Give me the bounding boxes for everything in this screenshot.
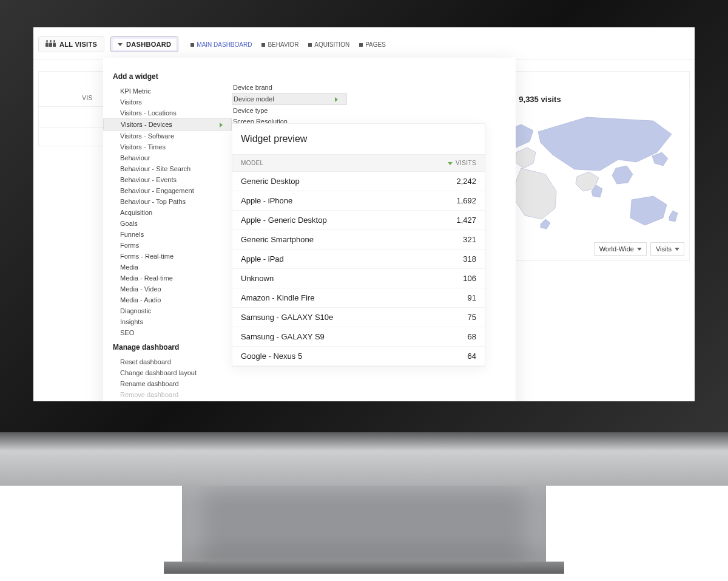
- table-row[interactable]: Apple - Generic Desktop1,427: [232, 211, 485, 230]
- cat-seo[interactable]: SEO: [103, 327, 232, 338]
- cat-acquisition[interactable]: Acquisition: [103, 207, 232, 218]
- table-row[interactable]: Amazon - Kindle Fire91: [232, 288, 485, 308]
- tab-all-visits-label: ALL VISITS: [59, 41, 97, 48]
- manage-rename[interactable]: Rename dashboard: [103, 378, 232, 389]
- cell-model: Apple - iPhone: [241, 196, 292, 205]
- manage-dashboard-list: Reset dashboard Change dashboard layout …: [103, 356, 232, 400]
- cell-visits: 68: [468, 332, 476, 341]
- cat-forms[interactable]: Forms: [103, 240, 232, 251]
- sub-device-brand[interactable]: Device brand: [232, 82, 347, 93]
- table-row[interactable]: Generic Smartphone321: [232, 230, 485, 250]
- cell-model: Unknown: [241, 274, 274, 283]
- monitor-foot: [164, 562, 564, 574]
- cell-visits: 91: [468, 293, 476, 302]
- cat-media-realtime[interactable]: Media - Real-time: [103, 273, 232, 284]
- sub-device-type[interactable]: Device type: [232, 105, 347, 116]
- subtab-behavior[interactable]: BEHAVIOR: [261, 41, 298, 48]
- dashboard-dropdown-panel: Add a widget KPI Metric Visitors Visitor…: [103, 58, 516, 401]
- table-row[interactable]: Generic Desktop2,242: [232, 172, 485, 191]
- add-widget-heading: Add a widget: [103, 67, 232, 86]
- subtab-main-dashboard[interactable]: MAIN DASHBOARD: [190, 41, 252, 48]
- people-icon: [46, 42, 56, 47]
- tab-dashboard-label: DASHBOARD: [126, 41, 171, 48]
- cat-behaviour-engagement[interactable]: Behaviour - Engagement: [103, 185, 232, 196]
- cell-visits: 64: [468, 352, 476, 361]
- cat-goals[interactable]: Goals: [103, 218, 232, 229]
- widget-subcategory-list: Device brand Device model Device type Sc…: [232, 82, 347, 127]
- widget-category-list: KPI Metric Visitors Visitors - Locations…: [103, 86, 232, 338]
- monitor-stand: [182, 486, 546, 565]
- cell-model: Generic Smartphone: [241, 235, 314, 244]
- cat-media-video[interactable]: Media - Video: [103, 284, 232, 294]
- cat-visitors[interactable]: Visitors: [103, 97, 232, 107]
- cat-visitors-times[interactable]: Visitors - Times: [103, 141, 232, 152]
- manage-reset[interactable]: Reset dashboard: [103, 356, 232, 367]
- table-row[interactable]: Apple - iPhone1,692: [232, 191, 485, 211]
- table-row[interactable]: Google - Nexus 564: [232, 347, 485, 366]
- widget-preview-title: Widget preview: [232, 124, 485, 154]
- manage-remove[interactable]: Remove dashboard: [103, 389, 232, 400]
- cat-behaviour-events[interactable]: Behaviour - Events: [103, 174, 232, 185]
- cell-model: Generic Desktop: [241, 177, 300, 186]
- top-tabs: ALL VISITS DASHBOARD MAIN DASHBOARD BEHA…: [33, 27, 695, 60]
- tab-dashboard[interactable]: DASHBOARD: [110, 36, 178, 52]
- cat-media-audio[interactable]: Media - Audio: [103, 294, 232, 305]
- cell-visits: 75: [468, 313, 476, 322]
- sub-tabs: MAIN DASHBOARD BEHAVIOR AQUISITION PAGES: [184, 41, 386, 48]
- cat-insights[interactable]: Insights: [103, 316, 232, 327]
- cell-model: Apple - iPad: [241, 254, 284, 263]
- cat-funnels[interactable]: Funnels: [103, 229, 232, 240]
- chevron-down-icon: [118, 43, 123, 46]
- map-region-select[interactable]: World-Wide: [594, 242, 647, 256]
- col-model[interactable]: MODEL: [241, 160, 264, 166]
- subtab-pages[interactable]: PAGES: [359, 41, 386, 48]
- cell-visits: 106: [463, 274, 476, 283]
- table-row[interactable]: Apple - iPad318: [232, 250, 485, 269]
- monitor-chin: [0, 432, 728, 486]
- cat-behaviour[interactable]: Behaviour: [103, 152, 232, 163]
- cat-media[interactable]: Media: [103, 262, 232, 273]
- map-metric-select[interactable]: Visits: [650, 242, 684, 256]
- cell-visits: 318: [463, 254, 476, 263]
- cell-visits: 321: [463, 235, 476, 244]
- table-row[interactable]: Unknown106: [232, 269, 485, 288]
- cell-visits: 1,692: [456, 196, 476, 205]
- create-dashboard-heading[interactable]: Create new dashboard: [103, 400, 232, 401]
- manage-dashboard-heading: Manage dashboard: [103, 338, 232, 356]
- cat-visitors-devices[interactable]: Visitors - Devices: [103, 118, 232, 131]
- cat-behaviour-site-search[interactable]: Behaviour - Site Search: [103, 163, 232, 174]
- widget-preview-card: Widget preview MODEL VISITS Generic Desk…: [232, 123, 485, 367]
- cell-model: Google - Nexus 5: [241, 352, 302, 361]
- cell-model: Apple - Generic Desktop: [241, 216, 327, 225]
- cell-visits: 2,242: [456, 177, 476, 186]
- cell-visits: 1,427: [456, 216, 476, 225]
- cat-kpi-metric[interactable]: KPI Metric: [103, 86, 232, 97]
- table-row[interactable]: Samsung - GALAXY S10e75: [232, 308, 485, 327]
- tab-all-visits[interactable]: ALL VISITS: [38, 36, 104, 52]
- cat-behaviour-top-paths[interactable]: Behaviour - Top Paths: [103, 196, 232, 207]
- cat-forms-realtime[interactable]: Forms - Real-time: [103, 251, 232, 262]
- manage-layout[interactable]: Change dashboard layout: [103, 367, 232, 378]
- subtab-aquisition[interactable]: AQUISITION: [308, 41, 349, 48]
- cat-diagnostic[interactable]: Diagnostic: [103, 305, 232, 316]
- cat-visitors-software[interactable]: Visitors - Software: [103, 131, 232, 141]
- sub-device-model[interactable]: Device model: [232, 93, 347, 105]
- cell-model: Samsung - GALAXY S9: [241, 332, 325, 341]
- cell-model: Samsung - GALAXY S10e: [241, 313, 333, 322]
- col-visits[interactable]: VISITS: [448, 160, 476, 166]
- cell-model: Amazon - Kindle Fire: [241, 293, 314, 302]
- cat-visitors-locations[interactable]: Visitors - Locations: [103, 107, 232, 118]
- table-row[interactable]: Samsung - GALAXY S968: [232, 327, 485, 347]
